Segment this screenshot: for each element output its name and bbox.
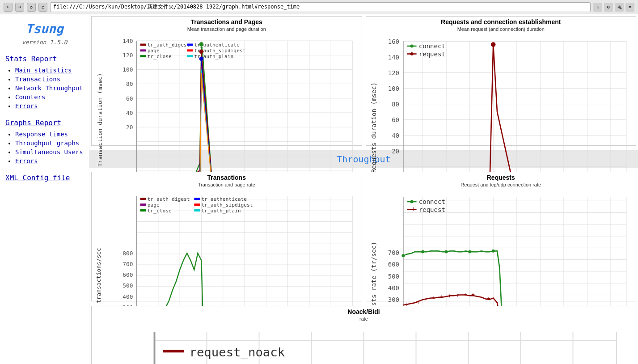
svg-text:160: 160 [388,38,399,45]
list-item: Throughput graphs [15,140,84,147]
requests-connection-chart: Requests and connection establishment Me… [366,16,637,146]
home-button[interactable]: ⌂ [38,3,47,12]
svg-rect-50 [187,44,193,46]
throughput-graphs-link[interactable]: Throughput graphs [15,140,79,147]
svg-text:140: 140 [388,54,399,61]
svg-text:700: 700 [388,249,399,256]
svg-text:500: 500 [123,282,133,289]
svg-text:40: 40 [126,110,133,116]
list-item: Errors [15,157,84,165]
main-statistics-link[interactable]: Main statistics [15,67,72,74]
svg-text:140: 140 [123,38,133,44]
list-item: Network Throughput [15,85,84,92]
svg-text:connect: connect [418,198,445,205]
list-item: Counters [15,93,84,101]
graphs-report-title[interactable]: Graphs Report [5,119,84,127]
network-throughput-link[interactable]: Network Throughput [15,85,83,92]
svg-text:20: 20 [392,148,399,155]
counters-link[interactable]: Counters [15,93,45,101]
svg-text:700: 700 [123,261,133,267]
svg-text:60: 60 [126,95,133,102]
stats-report-section: Stats Report Main statistics Transaction… [5,55,84,110]
svg-text:+: + [424,296,427,302]
graphs-report-section: Graphs Report Response times Throughput … [5,119,84,165]
noack-subtitle: rate [93,316,634,322]
svg-text:800: 800 [123,250,133,257]
requests-rate-chart: Requests Request and tcp/udp connection … [366,172,637,301]
svg-rect-163 [140,198,146,200]
svg-text:+: + [456,292,459,299]
svg-text:400: 400 [388,284,399,292]
svg-text:request: request [418,51,445,58]
svg-text:500: 500 [388,273,399,280]
settings-icon[interactable]: ⚙ [604,3,613,12]
svg-text:tr_auth_digest: tr_auth_digest [148,196,190,202]
transactions-rate-cell: Transactions Transaction and page rate [89,170,364,304]
svg-text:120: 120 [123,52,133,59]
transactions-rate-chart: Transactions Transaction and page rate [91,172,362,301]
reload-button[interactable]: ↺ [27,3,36,12]
address-bar[interactable]: file:///C:/Users/kun/Desktop/新建文件夹/20140… [50,2,591,12]
svg-rect-44 [140,44,146,46]
svg-text:tr_close: tr_close [148,208,172,214]
xml-config-title[interactable]: XML Config file [5,174,84,182]
svg-point-246 [410,200,413,203]
requests-connection-cell: Requests and connection establishment Me… [364,14,638,148]
svg-text:+: + [416,299,419,305]
chart-row-2: Transactions Transaction and page rate [89,170,638,304]
svg-text:+: + [412,205,415,212]
svg-text:tr_auth_digest: tr_auth_digest [148,42,190,48]
svg-text:tr_auth_sipdigest: tr_auth_sipdigest [201,202,253,208]
svg-text:40: 40 [392,132,399,139]
list-item: Main statistics [15,67,84,74]
svg-text:600: 600 [388,261,399,268]
url-text: file:///C:/Users/kun/Desktop/新建文件夹/20140… [53,3,300,11]
requests-rate-cell: Requests Request and tcp/udp connection … [364,170,638,304]
requests-connection-subtitle: Mean request (and connection) duration [368,26,634,32]
transactions-link[interactable]: Transactions [15,76,60,83]
browser-chrome: ← → ↺ ⌂ file:///C:/Users/kun/Desktop/新建文… [0,0,638,14]
main-content: Transactions and Pages Mean transaction … [89,14,638,364]
back-button[interactable]: ← [4,3,13,12]
svg-text:request_noack: request_noack [190,345,285,360]
svg-point-58 [199,57,204,61]
forward-button[interactable]: → [15,3,24,12]
svg-text:400: 400 [123,293,133,300]
svg-rect-171 [194,203,200,206]
response-times-link[interactable]: Response times [15,131,68,138]
svg-text:+: + [471,292,474,298]
svg-rect-167 [140,209,146,212]
svg-text:120: 120 [388,69,399,76]
menu-icon[interactable]: ≡ [625,3,634,12]
svg-text:80: 80 [126,80,133,87]
transactions-pages-chart: Transactions and Pages Mean transaction … [91,16,362,146]
svg-point-56 [199,42,204,47]
app-version: version 1.5.0 [5,39,84,46]
svg-point-255 [491,250,494,253]
svg-point-108 [410,52,413,55]
svg-text:Transaction duration (msec): Transaction duration (msec) [97,73,103,167]
extensions-icon[interactable]: 🔌 [615,3,624,12]
svg-text:page: page [148,48,160,54]
svg-text:+: + [487,296,490,302]
stats-report-title[interactable]: Stats Report [5,55,84,63]
svg-text:600: 600 [123,271,133,278]
noack-section: Noack/Bidi rate [89,304,638,364]
noack-chart: Noack/Bidi rate [91,306,636,364]
noack-title: Noack/Bidi [93,308,634,315]
svg-rect-169 [194,198,200,200]
svg-rect-173 [194,209,200,212]
transactions-pages-title: Transactions and Pages [93,18,360,25]
graphs-errors-link[interactable]: Errors [15,157,38,165]
noack-svg: 200 300 400 500 600 0 20 40 60 80 100 12… [93,323,634,364]
errors-link[interactable]: Errors [15,102,38,110]
simultaneous-users-link[interactable]: Simultaneous Users [15,148,83,156]
requests-rate-title: Requests [368,174,634,181]
bookmark-star-icon[interactable]: ☆ [593,3,602,12]
chart-row-1: Transactions and Pages Mean transaction … [89,14,638,148]
app-title: Tsung [5,21,84,36]
svg-text:+: + [432,295,435,301]
svg-rect-54 [187,55,193,57]
svg-text:+: + [440,294,443,300]
svg-point-105 [410,45,413,48]
